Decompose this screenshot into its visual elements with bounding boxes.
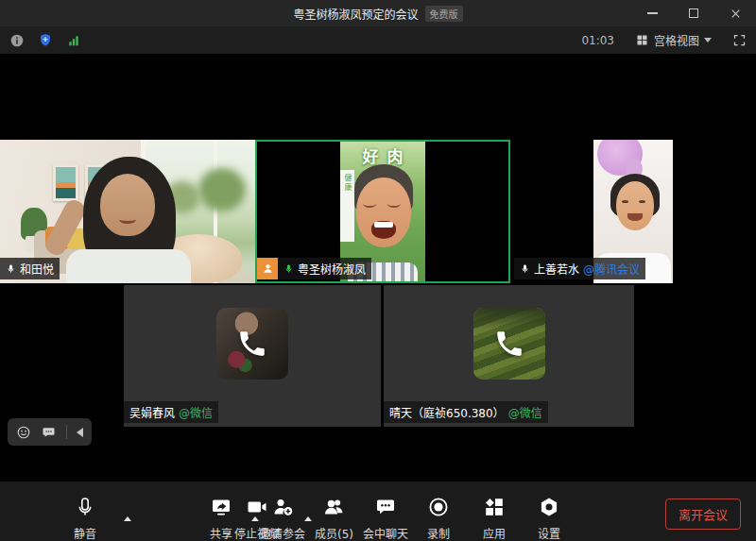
meeting-chat-label: 会中聊天: [363, 525, 408, 541]
meeting-chat-button[interactable]: 会中聊天: [363, 496, 408, 541]
title-bar: 粤圣树杨淑凤预定的会议 免费版: [0, 0, 756, 26]
network-signal-icon[interactable]: [66, 34, 81, 47]
phone-icon: [236, 328, 268, 360]
settings-gear-icon: [538, 496, 560, 518]
meeting-info-icon[interactable]: [9, 33, 25, 48]
share-screen-icon: [210, 496, 232, 518]
grid-view-icon: [635, 33, 649, 47]
close-button[interactable]: [714, 0, 756, 26]
meeting-window: 粤圣树杨淑凤预定的会议 免费版: [0, 0, 756, 541]
settings-label: 设置: [538, 525, 560, 541]
mic-options-caret[interactable]: [124, 516, 131, 521]
invite-button[interactable]: 邀请参会: [260, 496, 305, 541]
pill-divider: [66, 425, 67, 439]
emoji-reaction-icon[interactable]: [16, 425, 31, 440]
maximize-button[interactable]: [673, 0, 714, 26]
maximize-icon: [689, 8, 698, 18]
settings-button[interactable]: 设置: [538, 496, 560, 541]
leave-meeting-button[interactable]: 离开会议: [665, 499, 741, 530]
view-mode-selector[interactable]: 宫格视图: [635, 32, 712, 48]
mute-label: 静音: [74, 525, 96, 541]
mute-button[interactable]: 静音: [74, 496, 96, 541]
host-badge: [257, 258, 278, 279]
participant-platform: @腾讯会议: [583, 261, 640, 277]
mic-on-icon: [6, 262, 16, 275]
minimize-button[interactable]: [631, 0, 673, 26]
participant-name: 上善若水: [534, 261, 579, 277]
phone-icon: [493, 328, 525, 360]
participant-name: 吴娟春风: [129, 404, 175, 420]
status-bar: 01:03 宫格视图: [0, 26, 756, 54]
quick-chat-icon[interactable]: [41, 425, 57, 440]
avatar: [216, 308, 288, 380]
members-icon: [322, 496, 346, 518]
close-icon: [730, 8, 742, 20]
apps-grid-icon: [483, 496, 506, 518]
invite-label: 邀请参会: [260, 525, 305, 541]
bottom-toolbar: 静音 停止视频 共享: [0, 482, 756, 541]
share-label: 共享: [210, 525, 232, 541]
reactions-pill: [8, 418, 92, 446]
video-banner-subtext: 健康: [342, 174, 352, 193]
participant-name: 和田悦: [20, 261, 54, 277]
mic-on-icon: [520, 262, 530, 275]
record-icon: [427, 496, 450, 518]
mic-speaking-icon: [284, 262, 294, 275]
members-label: 成员(5): [315, 525, 353, 541]
view-mode-label: 宫格视图: [654, 32, 699, 48]
participant-name: 粤圣树杨淑凤: [298, 261, 366, 277]
participant-platform: @微信: [508, 404, 542, 420]
window-controls: [631, 0, 756, 26]
host-person-icon: [262, 262, 274, 275]
mic-icon: [74, 496, 96, 518]
video-options-caret[interactable]: [304, 516, 312, 521]
avatar: [473, 308, 545, 380]
participant-name: 晴天（庭祯650.380）: [389, 404, 505, 420]
security-shield-icon[interactable]: [38, 32, 53, 48]
video-tile-participant-1[interactable]: 和田悦: [0, 140, 255, 283]
share-button[interactable]: 共享: [210, 496, 232, 541]
audio-tile-participant-5[interactable]: 晴天（庭祯650.380）@微信: [384, 285, 634, 427]
chat-bubble-icon: [374, 496, 397, 518]
chevron-down-icon: [704, 38, 712, 42]
share-options-caret[interactable]: [251, 516, 259, 521]
meeting-timer: 01:03: [581, 34, 614, 47]
members-button[interactable]: 成员(5): [315, 496, 353, 541]
apps-button[interactable]: 应用: [483, 496, 506, 541]
participant-platform: @微信: [179, 404, 213, 420]
meeting-title: 粤圣树杨淑凤预定的会议: [293, 6, 418, 22]
free-version-badge: 免费版: [425, 6, 463, 22]
minimize-icon: [647, 12, 658, 14]
record-button[interactable]: 录制: [427, 496, 450, 541]
apps-label: 应用: [483, 525, 506, 541]
invite-person-icon: [271, 496, 295, 518]
audio-tile-participant-4[interactable]: 吴娟春风@微信: [124, 285, 381, 427]
collapse-left-icon[interactable]: [77, 428, 83, 437]
video-tile-participant-2-active[interactable]: 好肉 健康: [255, 140, 510, 283]
video-tile-participant-3[interactable]: 上善若水@腾讯会议: [510, 140, 756, 283]
video-stage: 和田悦 好肉 健康: [0, 54, 756, 482]
fullscreen-icon[interactable]: [732, 33, 747, 47]
record-label: 录制: [427, 525, 450, 541]
